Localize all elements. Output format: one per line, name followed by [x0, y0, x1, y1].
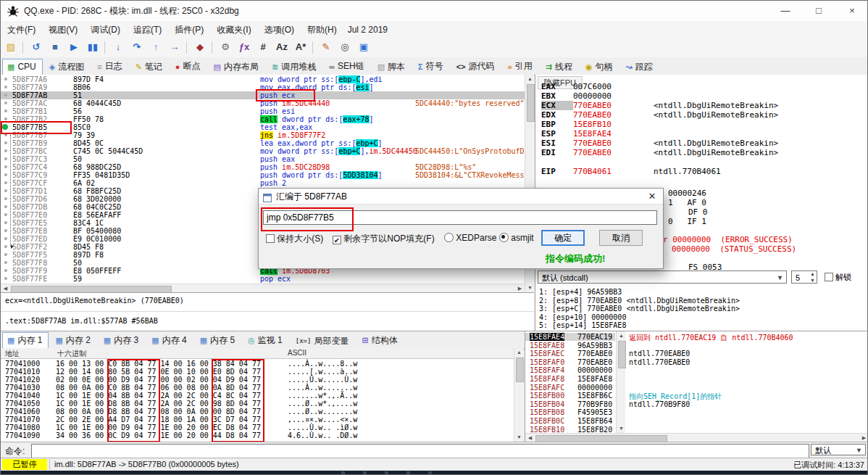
- disasm-row[interactable]: 5D8F77B156push esi: [1, 107, 525, 115]
- stack-row[interactable]: 15E8FAFC00000000: [525, 384, 615, 392]
- stack-row[interactable]: 15E8FAE4770EAC19返回到 ntdll.770EAC19 自 ntd…: [525, 333, 615, 341]
- dialog-close-icon[interactable]: ✕: [641, 189, 663, 205]
- menu-item[interactable]: 帮助(H): [301, 21, 343, 36]
- scroll-down-icon[interactable]: [617, 424, 626, 433]
- stack-row[interactable]: 15E8FB1015E8FB20: [525, 426, 615, 434]
- memory-dump-pane[interactable]: 地址 十六进制 ASCII 7704100016 00 13 00 C0 8B …: [1, 348, 514, 442]
- bp-slot-icon[interactable]: [4, 189, 7, 192]
- bottom-tab-memory-2[interactable]: ▦内存 2: [50, 332, 96, 349]
- bp-slot-icon[interactable]: [4, 197, 7, 200]
- run-icon[interactable]: ▶: [65, 40, 83, 54]
- register-row[interactable]: ECX770EABE0<ntdll.DbgUiRemoteBreakin>: [541, 101, 612, 110]
- tab-breakpoints[interactable]: ●断点: [170, 58, 207, 75]
- step-into-icon[interactable]: ↓: [109, 40, 127, 54]
- bp-slot-icon[interactable]: [4, 141, 7, 144]
- bp-slot-icon[interactable]: [4, 117, 7, 120]
- stack-row[interactable]: 15E8FB0015E8FB6C指向SEH_Record[1]的指针: [525, 392, 615, 400]
- tab-threads[interactable]: ⇉线程: [541, 59, 579, 75]
- tab-script[interactable]: ▧脚本: [372, 59, 412, 75]
- trace-icon[interactable]: ◆: [191, 40, 209, 54]
- shortcut-icon[interactable]: A*: [292, 40, 309, 54]
- disasm-row[interactable]: 5D8F77C350push eax: [1, 155, 525, 163]
- disasm-row[interactable]: 5D8F77CF6A 02push 2: [1, 179, 525, 187]
- stack-pane[interactable]: 15E8FAE4770EAC19返回到 ntdll.770EAC19 自 ntd…: [525, 331, 868, 442]
- register-row[interactable]: ESI770EABE0<ntdll.DbgUiRemoteBreakin>: [541, 139, 612, 148]
- bp-slot-icon[interactable]: [4, 205, 7, 208]
- disasm-row[interactable]: 5D8F77B779 39jns im.5D8F77F2: [1, 131, 525, 139]
- tab-memory-map[interactable]: ▤内存布局: [209, 59, 265, 75]
- memory-vertical-scrollbar[interactable]: [514, 348, 523, 442]
- disasm-row[interactable]: 5D8F77B98D45 0Clea eax,dword ptr ss:[ebp…: [1, 139, 525, 147]
- cancel-button[interactable]: 取消: [599, 230, 643, 246]
- tab-seh[interactable]: ∞SEH链: [324, 58, 371, 75]
- bp-slot-icon[interactable]: [4, 173, 7, 176]
- bp-slot-icon[interactable]: [4, 213, 7, 216]
- stack-row[interactable]: 15E8FAEC770EABE0ntdll.770EABE0: [525, 350, 615, 358]
- menu-item[interactable]: 插件(P): [168, 21, 210, 36]
- bp-slot-icon[interactable]: [4, 110, 7, 112]
- disasm-row[interactable]: 5D8F77A6897D F4mov dword ptr ss:[ebp-C],…: [1, 75, 525, 83]
- bp-slot-icon[interactable]: [4, 165, 7, 168]
- menu-item[interactable]: 视图(V): [42, 21, 84, 36]
- bp-slot-icon[interactable]: [4, 157, 7, 160]
- stack-row[interactable]: 15E8FAF400000000: [525, 366, 615, 374]
- bp-slot-icon[interactable]: [4, 86, 7, 88]
- bottom-tab-locals[interactable]: [x=]局部变量: [291, 333, 356, 350]
- tab-log[interactable]: ≡日志: [92, 58, 128, 75]
- disasm-horizontal-scrollbar[interactable]: [1, 284, 525, 292]
- bp-slot-icon[interactable]: [4, 253, 7, 256]
- hash-icon[interactable]: #: [254, 40, 272, 54]
- keep-size-checkbox[interactable]: 保持大小(S): [266, 233, 323, 245]
- stack-row[interactable]: 15E8FB08F45905E3: [525, 408, 615, 416]
- scroll-up-icon[interactable]: [617, 331, 626, 340]
- scroll-thumb[interactable]: [618, 341, 626, 368]
- bp-slot-icon[interactable]: [4, 149, 7, 152]
- run-to-cursor-icon[interactable]: →: [166, 40, 183, 54]
- argument-count-stepper[interactable]: 5▲▼: [791, 270, 817, 284]
- menu-item[interactable]: 文件(F): [1, 21, 42, 36]
- scope-icon[interactable]: ◎: [336, 40, 354, 54]
- stack-row[interactable]: 15E8FAF0770EABE0ntdll.770EABE0: [525, 358, 615, 366]
- calling-convention-select[interactable]: 默认 (stdcall)▼: [538, 270, 787, 284]
- bp-slot-icon[interactable]: [4, 277, 7, 280]
- tab-references[interactable]: »引用: [503, 58, 539, 75]
- disasm-row[interactable]: 5D8F77FE59pop ecx: [1, 275, 525, 283]
- checkbox-checked-icon[interactable]: [333, 236, 341, 244]
- menu-item[interactable]: 调试(D): [84, 21, 127, 36]
- scroll-down-icon[interactable]: [514, 433, 524, 442]
- stack-horizontal-scrollbar[interactable]: [525, 433, 868, 442]
- bp-slot-icon[interactable]: [4, 269, 7, 272]
- bottom-tab-memory-5[interactable]: ▦内存 5: [195, 332, 241, 349]
- bp-slot-icon[interactable]: [4, 245, 7, 248]
- scroll-up-icon[interactable]: [525, 75, 535, 83]
- font-icon[interactable]: Az: [273, 40, 291, 54]
- stack-row[interactable]: 15E8FB0C15E8FB64: [525, 417, 615, 425]
- pause-icon[interactable]: ▮▮: [84, 40, 101, 54]
- pencil-icon[interactable]: ✎: [317, 40, 335, 54]
- radio-selected-icon[interactable]: [499, 233, 509, 242]
- bottom-tab-watch-1[interactable]: ◎监视 1: [243, 332, 289, 349]
- radio-icon[interactable]: [444, 233, 454, 242]
- bp-slot-icon[interactable]: [4, 221, 7, 224]
- disasm-row[interactable]: 5D8F77B585C0test eax,eax: [1, 123, 525, 131]
- register-row[interactable]: ESP15E8FAE4: [541, 129, 612, 139]
- stack-row[interactable]: 15E8FB04770B9F80ntdll.770B9F80: [525, 400, 615, 408]
- close-button[interactable]: ×: [835, 1, 868, 21]
- tab-call-stack[interactable]: ≋调用堆栈: [267, 59, 322, 75]
- register-row[interactable]: EBP15E8FB10: [541, 120, 612, 129]
- scroll-thumb[interactable]: [535, 435, 667, 442]
- scroll-left-icon[interactable]: [525, 434, 535, 442]
- step-over-icon[interactable]: ↷: [128, 40, 146, 54]
- settings-gear-icon[interactable]: ⚙: [217, 40, 234, 54]
- checkbox-icon[interactable]: [825, 273, 833, 281]
- fill-nop-checkbox[interactable]: 剩余字节以NOP填充(F): [333, 233, 435, 245]
- bp-slot-icon[interactable]: [4, 237, 7, 240]
- register-row[interactable]: EIP770B4061ntdll.770B4061: [541, 167, 612, 176]
- ok-button[interactable]: 确定: [541, 230, 585, 246]
- disasm-row[interactable]: 5D8F77C468 988DC25Dpush im.5DC28D985DC28…: [1, 163, 525, 171]
- tab-symbols[interactable]: Σ符号: [413, 58, 450, 75]
- xedparse-radio[interactable]: XEDParse: [444, 233, 496, 243]
- scroll-thumb[interactable]: [527, 84, 535, 122]
- tab-cpu[interactable]: ▦CPU: [2, 59, 43, 75]
- argument-row[interactable]: 2: [esp+8] 770EABE0 <ntdll.DbgUiRemoteBr…: [539, 297, 740, 305]
